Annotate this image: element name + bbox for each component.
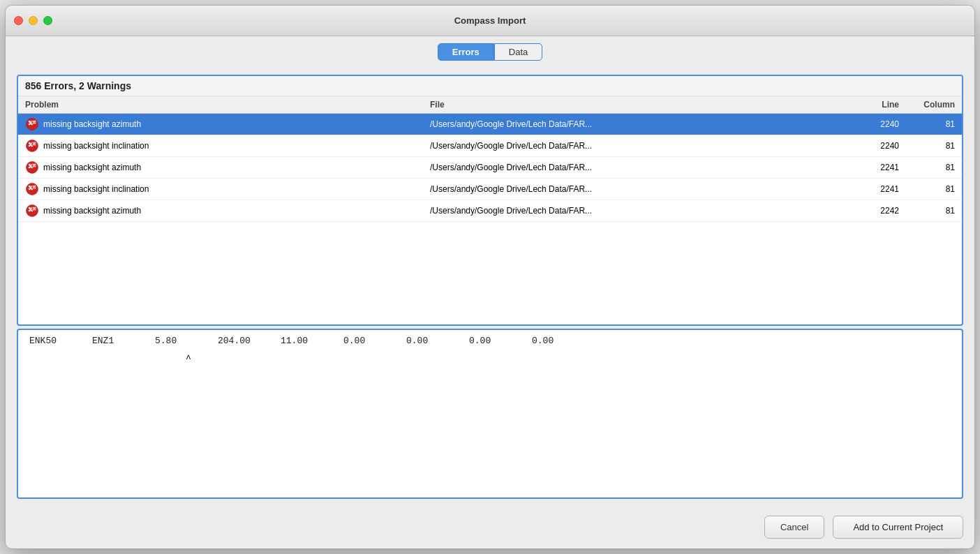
data-col6: 0.00	[343, 336, 385, 346]
cell-problem-3: missing backsight inclination	[18, 179, 423, 200]
maximize-button[interactable]	[43, 16, 52, 25]
cell-line-0: 2240	[850, 116, 906, 133]
cell-column-4: 81	[906, 202, 962, 219]
data-col3: 5.80	[155, 336, 197, 346]
col-header-problem: Problem	[18, 96, 423, 113]
cancel-button[interactable]: Cancel	[764, 516, 824, 539]
cell-file-3: /Users/andy/Google Drive/Lech Data/FAR..…	[423, 181, 850, 197]
close-button[interactable]	[14, 16, 23, 25]
data-row: ENK50 ENZ1 5.80 204.00 11.00 0.00 0.00 0…	[18, 330, 962, 352]
cell-line-1: 2240	[850, 137, 906, 154]
error-icon-0	[25, 117, 39, 131]
table-row[interactable]: missing backsight azimuth /Users/andy/Go…	[18, 157, 962, 179]
tab-data[interactable]: Data	[494, 43, 542, 61]
table-row[interactable]: missing backsight azimuth /Users/andy/Go…	[18, 200, 962, 222]
titlebar: Compass Import	[6, 6, 974, 36]
cell-column-2: 81	[906, 159, 962, 176]
cell-line-3: 2241	[850, 181, 906, 197]
col-header-file: File	[423, 96, 850, 113]
cell-line-2: 2241	[850, 159, 906, 176]
error-icon-4	[25, 204, 39, 218]
tab-errors[interactable]: Errors	[438, 43, 494, 61]
cell-file-4: /Users/andy/Google Drive/Lech Data/FAR..…	[423, 202, 850, 219]
caret-indicator: ^	[18, 352, 962, 366]
table-body[interactable]: missing backsight azimuth /Users/andy/Go…	[18, 114, 962, 324]
data-panel: ENK50 ENZ1 5.80 204.00 11.00 0.00 0.00 0…	[17, 329, 963, 499]
cell-column-1: 81	[906, 137, 962, 154]
footer: Cancel Add to Current Project	[6, 506, 974, 548]
cell-problem-1: missing backsight inclination	[18, 135, 423, 156]
cell-file-2: /Users/andy/Google Drive/Lech Data/FAR..…	[423, 159, 850, 176]
cell-line-4: 2242	[850, 202, 906, 219]
col-header-line: Line	[850, 96, 906, 113]
data-col4: 204.00	[218, 336, 260, 346]
errors-summary: 856 Errors, 2 Warnings	[18, 76, 962, 96]
errors-panel: 856 Errors, 2 Warnings Problem File Line…	[17, 75, 963, 326]
errors-table: Problem File Line Column	[18, 96, 962, 324]
tab-bar: Errors Data	[6, 36, 974, 68]
table-row[interactable]: missing backsight azimuth /Users/andy/Go…	[18, 114, 962, 135]
content-area: 856 Errors, 2 Warnings Problem File Line…	[6, 68, 974, 506]
table-row[interactable]: missing backsight inclination /Users/and…	[18, 179, 962, 200]
error-icon-1	[25, 139, 39, 153]
error-icon-3	[25, 182, 39, 196]
col-header-column: Column	[906, 96, 962, 113]
cell-problem-4: missing backsight azimuth	[18, 200, 423, 221]
minimize-button[interactable]	[29, 16, 38, 25]
add-to-project-button[interactable]: Add to Current Project	[833, 516, 963, 539]
window-title: Compass Import	[454, 15, 526, 26]
cell-file-0: /Users/andy/Google Drive/Lech Data/FAR..…	[423, 116, 850, 133]
main-window: Compass Import Errors Data 856 Errors, 2…	[5, 5, 975, 549]
data-col7: 0.00	[406, 336, 448, 346]
cell-problem-0: missing backsight azimuth	[18, 114, 423, 135]
data-col8: 0.00	[469, 336, 511, 346]
cell-column-3: 81	[906, 181, 962, 197]
data-col9: 0.00	[532, 336, 574, 346]
cell-problem-2: missing backsight azimuth	[18, 157, 423, 178]
error-icon-2	[25, 160, 39, 174]
data-col5: 11.00	[281, 336, 322, 346]
table-row[interactable]: missing backsight inclination /Users/and…	[18, 135, 962, 157]
cell-file-1: /Users/andy/Google Drive/Lech Data/FAR..…	[423, 137, 850, 154]
traffic-lights	[14, 16, 52, 25]
cell-column-0: 81	[906, 116, 962, 133]
data-col2: ENZ1	[92, 336, 134, 346]
table-header: Problem File Line Column	[18, 96, 962, 114]
data-col1: ENK50	[29, 336, 71, 346]
